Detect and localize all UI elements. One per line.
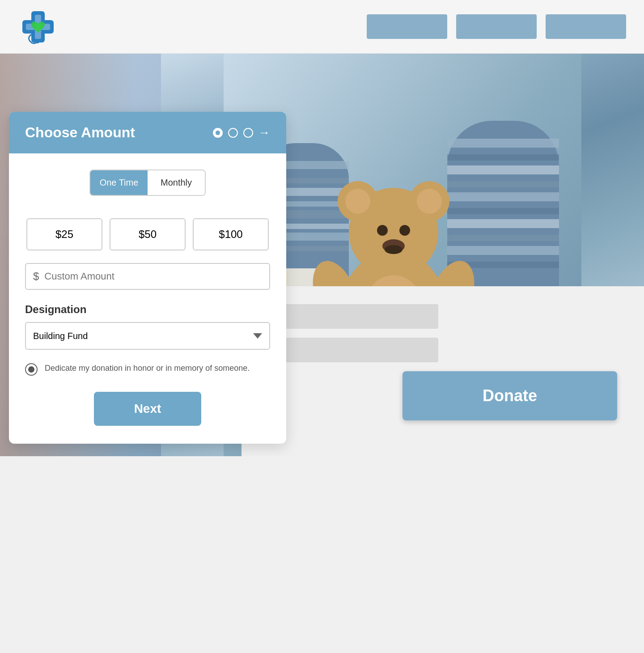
- gray-bar-1: [268, 304, 438, 329]
- custom-amount-input[interactable]: [44, 271, 262, 282]
- logo-area: [18, 7, 58, 47]
- dollar-sign: $: [33, 270, 39, 283]
- next-button[interactable]: Next: [94, 392, 201, 426]
- one-time-button[interactable]: One Time: [90, 170, 148, 195]
- svg-rect-22: [447, 219, 559, 228]
- header-nav: [367, 14, 626, 39]
- dedicate-row[interactable]: Dedicate my donation in honor or in memo…: [25, 362, 270, 376]
- logo-icon: [18, 7, 58, 47]
- step-dot-3: [243, 128, 253, 138]
- donate-btn-wrapper: Donate: [402, 371, 617, 420]
- payment-frequency-toggle: One Time Monthly: [89, 170, 206, 196]
- designation-section: Designation Building Fund General Fund M…: [25, 303, 270, 362]
- designation-label: Designation: [25, 303, 270, 316]
- monthly-button[interactable]: Monthly: [148, 170, 205, 195]
- svg-rect-19: [447, 181, 559, 187]
- svg-point-34: [345, 189, 370, 214]
- svg-point-38: [399, 225, 410, 236]
- radio-inner: [28, 366, 34, 373]
- svg-rect-17: [447, 154, 559, 161]
- card-header: Choose Amount →: [9, 112, 286, 153]
- svg-rect-18: [447, 165, 559, 174]
- step-indicators: →: [213, 126, 270, 140]
- gray-bar-2: [268, 338, 438, 362]
- svg-point-37: [377, 225, 388, 236]
- custom-amount-wrapper: $: [25, 263, 270, 290]
- designation-select[interactable]: Building Fund General Fund Medical Fund: [25, 322, 270, 350]
- choose-amount-card: Choose Amount → One Time Monthly $25 $50: [9, 112, 286, 444]
- svg-rect-23: [447, 235, 559, 241]
- svg-rect-16: [447, 139, 559, 148]
- svg-point-40: [385, 245, 402, 254]
- dedicate-radio[interactable]: [25, 363, 38, 376]
- step-dot-2: [228, 128, 238, 138]
- amount-50-button[interactable]: $50: [110, 218, 186, 250]
- card-body: One Time Monthly $25 $50 $100 $ Designat…: [9, 153, 286, 444]
- card-title: Choose Amount: [25, 124, 204, 141]
- svg-rect-21: [447, 208, 559, 214]
- hero-section: Donate Choose Amount → One Time Monthly: [0, 54, 644, 456]
- svg-point-4: [36, 40, 39, 43]
- donate-button[interactable]: Donate: [402, 371, 617, 420]
- svg-rect-20: [447, 192, 559, 201]
- step-arrow: →: [258, 126, 270, 140]
- amount-grid: $25 $50 $100: [25, 218, 270, 250]
- nav-item-1[interactable]: [367, 14, 447, 39]
- nav-item-3[interactable]: [546, 14, 626, 39]
- nav-item-2[interactable]: [456, 14, 537, 39]
- dedicate-text: Dedicate my donation in honor or in memo…: [45, 362, 250, 374]
- svg-rect-24: [447, 246, 559, 255]
- amount-100-button[interactable]: $100: [193, 218, 269, 250]
- svg-point-36: [417, 189, 442, 214]
- gray-bars: [242, 286, 644, 380]
- amount-25-button[interactable]: $25: [26, 218, 102, 250]
- header: [0, 0, 644, 54]
- step-dot-1: [213, 128, 223, 138]
